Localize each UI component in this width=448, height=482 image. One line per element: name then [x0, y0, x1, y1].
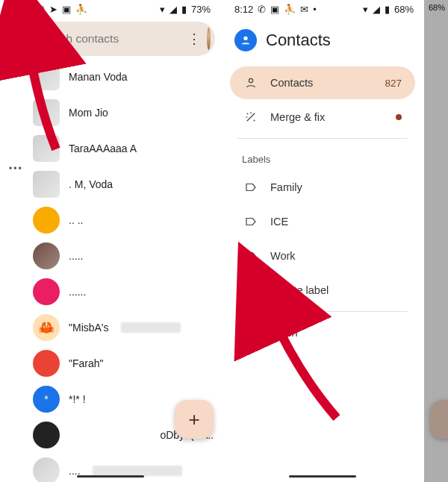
- contact-avatar: [33, 171, 60, 198]
- wifi-icon: ▾: [160, 4, 165, 14]
- redacted-text: [93, 466, 182, 476]
- label-icon: [243, 248, 258, 263]
- contact-avatar: ⠀: [33, 207, 60, 234]
- contact-row[interactable]: 🦀"MisbA's: [0, 310, 221, 345]
- app-icon: ▣: [270, 4, 279, 14]
- contact-row[interactable]: TaraAAAaaa A: [0, 131, 221, 166]
- status-bar: 6:45 ✆ ➤ ▣ ⛹ ▾ ◢ ▮ 73%: [0, 0, 221, 19]
- status-time: 8:12: [234, 4, 253, 14]
- contact-avatar: [33, 99, 60, 126]
- divider: [237, 138, 408, 139]
- star-icon: ★: [9, 64, 19, 78]
- drawer-item-trash[interactable]: Trash: [230, 316, 415, 349]
- whatsapp-icon: ✆: [258, 4, 266, 14]
- drawer-item-label-ice[interactable]: ICE: [230, 205, 415, 238]
- contact-row[interactable]: . M, Voda: [0, 166, 221, 202]
- contact-row[interactable]: ....: [0, 453, 221, 482]
- contact-name: Mom Jio: [69, 107, 108, 119]
- contact-row[interactable]: .....: [0, 238, 221, 274]
- contacts-app-left: 6:45 ✆ ➤ ▣ ⛹ ▾ ◢ ▮ 73% ☰ ⋮ ★ ••• Manan V…: [0, 0, 221, 482]
- label-icon: [243, 214, 258, 229]
- contact-avatar: [33, 63, 60, 90]
- drawer-header: Contacts: [221, 19, 424, 65]
- labels-section: Labels: [221, 143, 424, 169]
- contact-avatar: *: [33, 386, 60, 413]
- label-icon: [243, 180, 258, 195]
- plus-icon: +: [188, 408, 199, 431]
- contact-name: . M, Voda: [69, 178, 113, 190]
- contact-name: ......: [69, 286, 86, 298]
- battery-icon: ▮: [385, 4, 390, 14]
- contact-row[interactable]: "Farah": [0, 345, 221, 381]
- scrim-overlay: [424, 0, 448, 482]
- search-bar[interactable]: ☰ ⋮: [6, 22, 215, 56]
- contact-avatar: [33, 350, 60, 377]
- background-app-dimmed: 68%: [424, 0, 448, 482]
- contact-name: "MisbA's: [69, 322, 109, 334]
- person-icon: [243, 75, 258, 90]
- contact-name: TaraAAAaaa A: [69, 143, 137, 154]
- drawer-item-contacts[interactable]: Contacts 827: [230, 66, 415, 99]
- add-contact-fab[interactable]: +: [175, 400, 214, 439]
- drawer-item-merge[interactable]: Merge & fix: [230, 101, 415, 134]
- divider: [237, 311, 408, 312]
- drawer-item-create-label[interactable]: Create label: [230, 274, 415, 307]
- contacts-app-icon: [234, 29, 257, 51]
- drawer-item-label: Trash: [270, 327, 298, 339]
- contact-row[interactable]: Manan Voda: [0, 59, 221, 95]
- contact-avatar: [33, 457, 60, 482]
- battery-pct: 68%: [394, 4, 414, 14]
- drawer-item-label: Contacts: [270, 77, 313, 89]
- plus-icon: [243, 283, 258, 298]
- drawer-item-label: Create label: [270, 284, 329, 296]
- contacts-drawer: 8:12 ✆ ▣ ⛹ ✉ • ▾ ◢ ▮ 68% Contacts Contac…: [221, 0, 424, 482]
- gesture-bar: [77, 475, 144, 478]
- contact-avatar: [33, 242, 60, 269]
- contact-name: .. ..: [69, 214, 83, 226]
- svg-point-0: [243, 37, 247, 40]
- app-icon: ▣: [62, 4, 71, 14]
- contact-name: *!* !: [69, 393, 86, 405]
- signal-icon: ◢: [373, 4, 380, 14]
- trash-icon: [243, 325, 258, 340]
- redacted-text: [121, 322, 181, 333]
- hamburger-icon[interactable]: ☰: [16, 31, 28, 47]
- gesture-bar: [289, 475, 356, 478]
- app-title: Contacts: [266, 31, 331, 50]
- contact-avatar: 🦀: [33, 314, 60, 341]
- status-bar: 8:12 ✆ ▣ ⛹ ✉ • ▾ ◢ ▮ 68%: [221, 0, 424, 19]
- battery-icon: ▮: [181, 4, 187, 14]
- profile-avatar[interactable]: [207, 28, 211, 50]
- contact-row[interactable]: Mom Jio: [0, 95, 221, 131]
- contact-avatar: [33, 422, 60, 448]
- drawer-item-label-family[interactable]: Family: [230, 171, 415, 204]
- person-status-icon: ⛹: [284, 4, 296, 14]
- wand-icon: [243, 110, 258, 125]
- drawer-item-label: Merge & fix: [270, 111, 325, 123]
- contact-name: "Farah": [69, 357, 104, 369]
- contact-avatar: [33, 135, 60, 162]
- svg-point-1: [249, 78, 252, 82]
- overflow-icon: •••: [9, 163, 23, 174]
- more-icon[interactable]: ⋮: [187, 31, 199, 47]
- drawer-item-label-work[interactable]: Work: [230, 240, 415, 272]
- drawer-item-label: ICE: [270, 216, 288, 228]
- signal-icon: ◢: [169, 4, 177, 14]
- person-status-icon: ⛹: [75, 4, 87, 14]
- contact-name: .....: [69, 250, 83, 262]
- telegram-icon: ➤: [49, 4, 57, 14]
- wifi-icon: ▾: [363, 4, 368, 14]
- messenger-icon: ✉: [300, 4, 308, 14]
- contacts-count: 827: [385, 78, 402, 89]
- drawer-item-label: Family: [270, 181, 302, 193]
- status-time: 6:45: [13, 4, 32, 14]
- dot-icon: •: [313, 4, 317, 14]
- battery-pct: 73%: [191, 4, 211, 14]
- contact-row[interactable]: ⠀......: [0, 274, 221, 310]
- whatsapp-icon: ✆: [37, 4, 45, 14]
- alert-dot-icon: [396, 114, 402, 120]
- drawer-item-label: Work: [270, 250, 296, 262]
- contact-row[interactable]: ⠀.. ..: [0, 202, 221, 238]
- contact-name: Manan Voda: [69, 71, 128, 83]
- search-input[interactable]: [36, 32, 180, 46]
